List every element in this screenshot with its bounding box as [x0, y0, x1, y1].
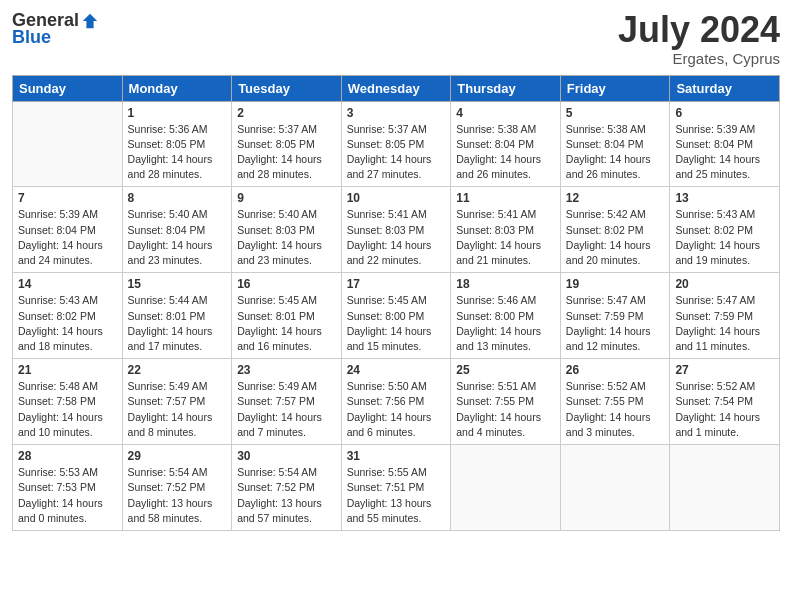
calendar-cell: 15Sunrise: 5:44 AMSunset: 8:01 PMDayligh… — [122, 273, 232, 359]
calendar-cell: 18Sunrise: 5:46 AMSunset: 8:00 PMDayligh… — [451, 273, 561, 359]
col-header-thursday: Thursday — [451, 75, 561, 101]
cell-content: Sunrise: 5:48 AMSunset: 7:58 PMDaylight:… — [18, 379, 117, 440]
col-header-wednesday: Wednesday — [341, 75, 451, 101]
cell-content: Sunrise: 5:43 AMSunset: 8:02 PMDaylight:… — [675, 207, 774, 268]
calendar-cell: 8Sunrise: 5:40 AMSunset: 8:04 PMDaylight… — [122, 187, 232, 273]
calendar-cell: 4Sunrise: 5:38 AMSunset: 8:04 PMDaylight… — [451, 101, 561, 187]
calendar-cell: 31Sunrise: 5:55 AMSunset: 7:51 PMDayligh… — [341, 445, 451, 531]
calendar-cell: 21Sunrise: 5:48 AMSunset: 7:58 PMDayligh… — [13, 359, 123, 445]
cell-content: Sunrise: 5:47 AMSunset: 7:59 PMDaylight:… — [675, 293, 774, 354]
calendar-cell: 10Sunrise: 5:41 AMSunset: 8:03 PMDayligh… — [341, 187, 451, 273]
cell-content: Sunrise: 5:55 AMSunset: 7:51 PMDaylight:… — [347, 465, 446, 526]
cell-content: Sunrise: 5:41 AMSunset: 8:03 PMDaylight:… — [347, 207, 446, 268]
calendar-table: SundayMondayTuesdayWednesdayThursdayFrid… — [12, 75, 780, 531]
cell-content: Sunrise: 5:49 AMSunset: 7:57 PMDaylight:… — [237, 379, 336, 440]
header: General Blue July 2024 Ergates, Cyprus — [12, 10, 780, 67]
day-number: 27 — [675, 363, 774, 377]
calendar-cell: 29Sunrise: 5:54 AMSunset: 7:52 PMDayligh… — [122, 445, 232, 531]
cell-content: Sunrise: 5:50 AMSunset: 7:56 PMDaylight:… — [347, 379, 446, 440]
col-header-monday: Monday — [122, 75, 232, 101]
day-number: 12 — [566, 191, 665, 205]
calendar-cell: 13Sunrise: 5:43 AMSunset: 8:02 PMDayligh… — [670, 187, 780, 273]
day-number: 26 — [566, 363, 665, 377]
calendar-cell: 22Sunrise: 5:49 AMSunset: 7:57 PMDayligh… — [122, 359, 232, 445]
day-number: 7 — [18, 191, 117, 205]
calendar-cell — [560, 445, 670, 531]
day-number: 2 — [237, 106, 336, 120]
col-header-saturday: Saturday — [670, 75, 780, 101]
calendar-cell: 11Sunrise: 5:41 AMSunset: 8:03 PMDayligh… — [451, 187, 561, 273]
calendar-week-4: 21Sunrise: 5:48 AMSunset: 7:58 PMDayligh… — [13, 359, 780, 445]
cell-content: Sunrise: 5:52 AMSunset: 7:54 PMDaylight:… — [675, 379, 774, 440]
cell-content: Sunrise: 5:40 AMSunset: 8:04 PMDaylight:… — [128, 207, 227, 268]
cell-content: Sunrise: 5:38 AMSunset: 8:04 PMDaylight:… — [456, 122, 555, 183]
calendar-cell: 27Sunrise: 5:52 AMSunset: 7:54 PMDayligh… — [670, 359, 780, 445]
calendar-cell: 19Sunrise: 5:47 AMSunset: 7:59 PMDayligh… — [560, 273, 670, 359]
calendar-cell: 14Sunrise: 5:43 AMSunset: 8:02 PMDayligh… — [13, 273, 123, 359]
calendar-cell: 7Sunrise: 5:39 AMSunset: 8:04 PMDaylight… — [13, 187, 123, 273]
day-number: 10 — [347, 191, 446, 205]
calendar-cell: 2Sunrise: 5:37 AMSunset: 8:05 PMDaylight… — [232, 101, 342, 187]
calendar-cell — [13, 101, 123, 187]
calendar-cell: 25Sunrise: 5:51 AMSunset: 7:55 PMDayligh… — [451, 359, 561, 445]
day-number: 1 — [128, 106, 227, 120]
cell-content: Sunrise: 5:38 AMSunset: 8:04 PMDaylight:… — [566, 122, 665, 183]
location-subtitle: Ergates, Cyprus — [618, 50, 780, 67]
calendar-cell — [670, 445, 780, 531]
col-header-sunday: Sunday — [13, 75, 123, 101]
day-number: 4 — [456, 106, 555, 120]
calendar-cell: 26Sunrise: 5:52 AMSunset: 7:55 PMDayligh… — [560, 359, 670, 445]
calendar-cell: 6Sunrise: 5:39 AMSunset: 8:04 PMDaylight… — [670, 101, 780, 187]
day-number: 20 — [675, 277, 774, 291]
page-container: General Blue July 2024 Ergates, Cyprus S… — [0, 0, 792, 539]
day-number: 23 — [237, 363, 336, 377]
cell-content: Sunrise: 5:54 AMSunset: 7:52 PMDaylight:… — [237, 465, 336, 526]
month-year-title: July 2024 — [618, 10, 780, 50]
day-number: 31 — [347, 449, 446, 463]
calendar-week-5: 28Sunrise: 5:53 AMSunset: 7:53 PMDayligh… — [13, 445, 780, 531]
day-number: 28 — [18, 449, 117, 463]
calendar-week-3: 14Sunrise: 5:43 AMSunset: 8:02 PMDayligh… — [13, 273, 780, 359]
cell-content: Sunrise: 5:45 AMSunset: 8:00 PMDaylight:… — [347, 293, 446, 354]
day-number: 3 — [347, 106, 446, 120]
title-block: July 2024 Ergates, Cyprus — [618, 10, 780, 67]
calendar-week-1: 1Sunrise: 5:36 AMSunset: 8:05 PMDaylight… — [13, 101, 780, 187]
day-number: 19 — [566, 277, 665, 291]
day-number: 30 — [237, 449, 336, 463]
cell-content: Sunrise: 5:43 AMSunset: 8:02 PMDaylight:… — [18, 293, 117, 354]
cell-content: Sunrise: 5:47 AMSunset: 7:59 PMDaylight:… — [566, 293, 665, 354]
day-number: 21 — [18, 363, 117, 377]
calendar-cell: 16Sunrise: 5:45 AMSunset: 8:01 PMDayligh… — [232, 273, 342, 359]
day-number: 6 — [675, 106, 774, 120]
cell-content: Sunrise: 5:36 AMSunset: 8:05 PMDaylight:… — [128, 122, 227, 183]
cell-content: Sunrise: 5:51 AMSunset: 7:55 PMDaylight:… — [456, 379, 555, 440]
day-number: 22 — [128, 363, 227, 377]
day-number: 11 — [456, 191, 555, 205]
day-number: 5 — [566, 106, 665, 120]
cell-content: Sunrise: 5:42 AMSunset: 8:02 PMDaylight:… — [566, 207, 665, 268]
day-number: 17 — [347, 277, 446, 291]
logo: General Blue — [12, 10, 99, 48]
logo-blue-text: Blue — [12, 27, 51, 48]
day-number: 9 — [237, 191, 336, 205]
cell-content: Sunrise: 5:44 AMSunset: 8:01 PMDaylight:… — [128, 293, 227, 354]
calendar-cell: 5Sunrise: 5:38 AMSunset: 8:04 PMDaylight… — [560, 101, 670, 187]
svg-marker-0 — [83, 13, 97, 27]
col-header-friday: Friday — [560, 75, 670, 101]
calendar-cell: 23Sunrise: 5:49 AMSunset: 7:57 PMDayligh… — [232, 359, 342, 445]
cell-content: Sunrise: 5:41 AMSunset: 8:03 PMDaylight:… — [456, 207, 555, 268]
day-number: 24 — [347, 363, 446, 377]
cell-content: Sunrise: 5:45 AMSunset: 8:01 PMDaylight:… — [237, 293, 336, 354]
cell-content: Sunrise: 5:37 AMSunset: 8:05 PMDaylight:… — [237, 122, 336, 183]
cell-content: Sunrise: 5:37 AMSunset: 8:05 PMDaylight:… — [347, 122, 446, 183]
day-number: 15 — [128, 277, 227, 291]
calendar-cell: 1Sunrise: 5:36 AMSunset: 8:05 PMDaylight… — [122, 101, 232, 187]
cell-content: Sunrise: 5:39 AMSunset: 8:04 PMDaylight:… — [675, 122, 774, 183]
day-number: 25 — [456, 363, 555, 377]
col-header-tuesday: Tuesday — [232, 75, 342, 101]
calendar-cell: 3Sunrise: 5:37 AMSunset: 8:05 PMDaylight… — [341, 101, 451, 187]
calendar-cell: 20Sunrise: 5:47 AMSunset: 7:59 PMDayligh… — [670, 273, 780, 359]
cell-content: Sunrise: 5:49 AMSunset: 7:57 PMDaylight:… — [128, 379, 227, 440]
calendar-cell: 12Sunrise: 5:42 AMSunset: 8:02 PMDayligh… — [560, 187, 670, 273]
cell-content: Sunrise: 5:39 AMSunset: 8:04 PMDaylight:… — [18, 207, 117, 268]
